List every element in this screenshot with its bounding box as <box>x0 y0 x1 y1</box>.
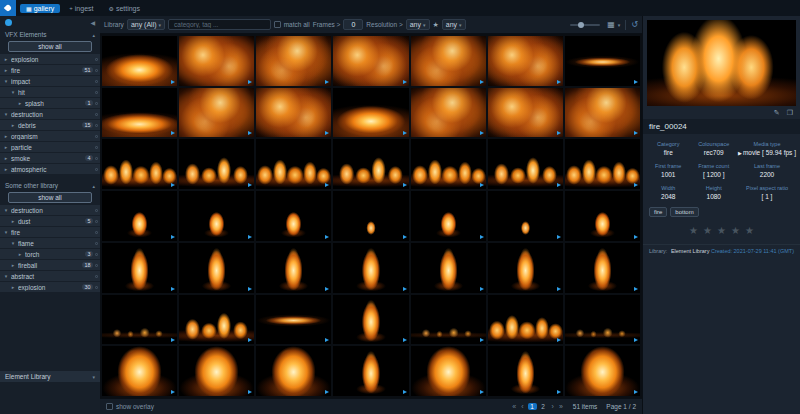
play-icon[interactable] <box>171 390 175 394</box>
thumbnail[interactable] <box>102 191 177 241</box>
star-icon[interactable]: ★ <box>703 225 712 236</box>
thumbnail[interactable] <box>488 139 563 189</box>
thumbnail[interactable] <box>256 88 331 138</box>
play-icon[interactable] <box>557 338 561 342</box>
sidebar-item-explosion[interactable]: ▸explosion <box>0 54 100 64</box>
caret-right-icon[interactable]: ▸ <box>10 284 16 290</box>
play-icon[interactable] <box>403 235 407 239</box>
play-icon[interactable] <box>248 131 252 135</box>
thumbnail[interactable] <box>102 139 177 189</box>
thumbnail[interactable] <box>565 243 640 293</box>
play-icon[interactable] <box>480 287 484 291</box>
thumbnail[interactable] <box>333 191 408 241</box>
play-icon[interactable] <box>325 287 329 291</box>
last-page-icon[interactable]: » <box>558 403 564 410</box>
thumbnail[interactable] <box>179 88 254 138</box>
play-icon[interactable] <box>171 183 175 187</box>
refresh-icon[interactable]: ↺ <box>631 20 638 29</box>
play-icon[interactable] <box>634 131 638 135</box>
sidebar-item-organism[interactable]: ▸organism <box>0 131 100 141</box>
play-icon[interactable] <box>557 390 561 394</box>
star-icon[interactable]: ★ <box>717 225 726 236</box>
caret-right-icon[interactable]: ▸ <box>3 133 9 139</box>
play-icon[interactable] <box>248 390 252 394</box>
play-icon[interactable] <box>171 80 175 84</box>
prev-page-icon[interactable]: ‹ <box>520 403 524 410</box>
thumbnail[interactable] <box>411 295 486 345</box>
thumbnail[interactable] <box>411 346 486 396</box>
thumbnail[interactable] <box>179 36 254 86</box>
play-icon[interactable] <box>557 287 561 291</box>
thumbnail[interactable] <box>102 243 177 293</box>
play-icon[interactable] <box>248 80 252 84</box>
sidebar-item-hit[interactable]: ▾hit <box>0 87 100 97</box>
sidebar-item-debris[interactable]: ▸debris15 <box>0 120 100 130</box>
thumbnail[interactable] <box>488 36 563 86</box>
edit-icon[interactable]: ✎ <box>774 109 780 117</box>
play-icon[interactable] <box>480 235 484 239</box>
section-header[interactable]: Some other library▴ <box>0 180 100 191</box>
play-icon[interactable] <box>325 80 329 84</box>
frames-input[interactable]: 0 <box>343 19 363 30</box>
tag-fire[interactable]: fire <box>649 207 667 217</box>
sidebar-item-flame[interactable]: ▾flame <box>0 238 100 248</box>
image-icon[interactable]: ▦ <box>607 20 615 29</box>
play-icon[interactable] <box>480 390 484 394</box>
app-logo[interactable] <box>0 0 16 16</box>
sidebar-item-explosion[interactable]: ▸explosion30 <box>0 282 100 292</box>
thumbnail[interactable] <box>179 191 254 241</box>
play-icon[interactable] <box>480 338 484 342</box>
caret-down-icon[interactable]: ▾ <box>3 273 9 279</box>
library-filter-select[interactable]: any (All) ▾ <box>127 19 165 30</box>
play-icon[interactable] <box>171 235 175 239</box>
thumbnail[interactable] <box>102 36 177 86</box>
play-icon[interactable] <box>248 338 252 342</box>
thumbnail[interactable] <box>179 243 254 293</box>
thumbnail[interactable] <box>102 346 177 396</box>
thumbnail[interactable] <box>411 36 486 86</box>
resolution-select[interactable]: any ▾ <box>406 19 430 30</box>
tab-settings[interactable]: ⚙ settings <box>103 4 147 13</box>
thumbnail[interactable] <box>411 191 486 241</box>
match-all-checkbox[interactable] <box>274 21 281 28</box>
thumbnail[interactable] <box>488 88 563 138</box>
play-icon[interactable] <box>634 235 638 239</box>
thumbnail[interactable] <box>333 346 408 396</box>
sidebar-item-atmospheric[interactable]: ▸atmospheric <box>0 164 100 174</box>
caret-down-icon[interactable]: ▾ <box>3 207 9 213</box>
caret-right-icon[interactable]: ▸ <box>17 100 23 106</box>
thumbnail[interactable] <box>179 139 254 189</box>
play-icon[interactable] <box>634 183 638 187</box>
thumbnail[interactable] <box>565 191 640 241</box>
play-icon[interactable] <box>480 131 484 135</box>
thumbnail[interactable] <box>565 295 640 345</box>
thumbnail[interactable] <box>256 346 331 396</box>
thumbnail[interactable] <box>488 346 563 396</box>
play-icon[interactable] <box>403 287 407 291</box>
play-icon[interactable] <box>634 390 638 394</box>
thumbnail[interactable] <box>256 36 331 86</box>
sidebar-item-destruction[interactable]: ▾destruction <box>0 109 100 119</box>
play-icon[interactable] <box>634 80 638 84</box>
thumbnail[interactable] <box>256 243 331 293</box>
copy-icon[interactable]: ❐ <box>787 109 793 117</box>
thumbnail[interactable] <box>256 139 331 189</box>
caret-right-icon[interactable]: ▸ <box>10 262 16 268</box>
caret-down-icon[interactable]: ▾ <box>3 229 9 235</box>
thumbnail[interactable] <box>565 139 640 189</box>
show-all-button[interactable]: show all <box>8 41 92 52</box>
preview-image[interactable] <box>647 20 796 106</box>
play-icon[interactable] <box>325 338 329 342</box>
show-all-button[interactable]: show all <box>8 192 92 203</box>
sidebar-item-fire[interactable]: ▸fire51 <box>0 65 100 75</box>
play-icon[interactable] <box>557 235 561 239</box>
chevron-up-icon[interactable]: ▴ <box>92 183 95 189</box>
thumbnail[interactable] <box>333 243 408 293</box>
caret-right-icon[interactable]: ▸ <box>17 251 23 257</box>
thumbnail[interactable] <box>179 346 254 396</box>
avatar-dot[interactable] <box>5 19 12 26</box>
caret-down-icon[interactable]: ▾ <box>10 89 16 95</box>
play-icon[interactable] <box>325 131 329 135</box>
play-icon[interactable] <box>248 287 252 291</box>
play-icon[interactable] <box>480 80 484 84</box>
